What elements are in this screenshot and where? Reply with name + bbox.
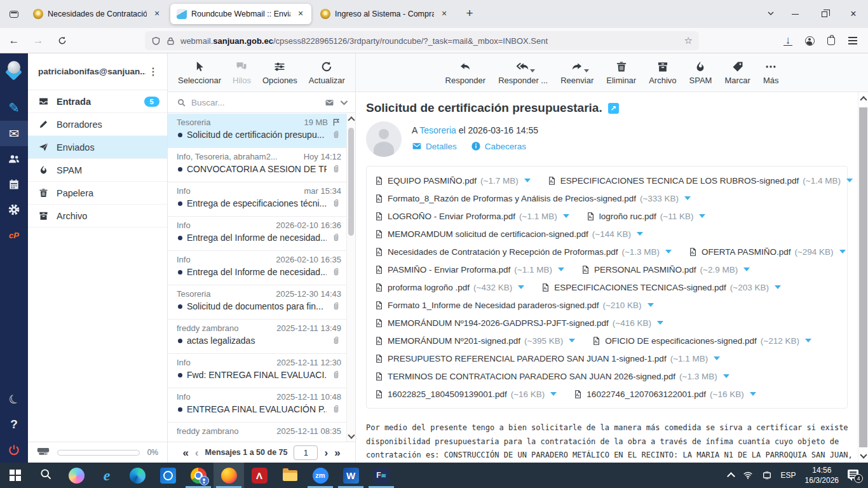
- attachment-name[interactable]: PRESUPUESTO REFERENCIAL PARADERO SAN JUA…: [388, 354, 667, 363]
- mail-scrollbar[interactable]: [858, 92, 868, 463]
- sidebar-item-entrada[interactable]: Entrada5: [28, 90, 167, 113]
- attachment-item[interactable]: Formato 1_Informe de Necesidad paraderos…: [374, 301, 654, 310]
- next-page-button[interactable]: ›: [324, 447, 328, 458]
- attachment-item[interactable]: MEMORÁNDUM Nº201-signed.pdf(~395 KB): [374, 336, 575, 346]
- attachment-item[interactable]: MEMORAMDUM solicitud de certificacion-si…: [374, 229, 643, 239]
- search-options-chevron-icon[interactable]: [339, 98, 349, 107]
- lock-icon[interactable]: [166, 36, 175, 46]
- dropdown-caret-icon[interactable]: [530, 69, 535, 72]
- flag-icon[interactable]: [332, 118, 341, 127]
- account-icon[interactable]: [799, 31, 820, 50]
- attachment-item[interactable]: PERSONAL PASMIÑO.pdf(~2.9 MB): [581, 265, 750, 274]
- eliminar-button[interactable]: Eliminar: [605, 60, 637, 85]
- attachment-menu-caret-icon[interactable]: [699, 214, 705, 218]
- taskbar-fes-icon[interactable]: F≋: [366, 463, 397, 488]
- tablet-mode-icon[interactable]: [762, 470, 772, 480]
- shield-icon[interactable]: [151, 36, 161, 46]
- attachment-name[interactable]: logroño ruc.pdf: [599, 212, 656, 221]
- message-row-6[interactable]: freddy zambrano2025-12-11 13:49actas leg…: [168, 320, 346, 354]
- window-minimize-button[interactable]: [780, 1, 810, 27]
- attachment-menu-caret-icon[interactable]: [723, 374, 729, 378]
- search-input[interactable]: [191, 98, 320, 107]
- sidebar-item-borradores[interactable]: Borradores: [28, 113, 167, 136]
- attachment-menu-caret-icon[interactable]: [558, 268, 564, 271]
- clock[interactable]: 14:56 16/3/2026: [805, 465, 839, 485]
- taskbar-edge-icon[interactable]: [122, 463, 153, 488]
- sidebar-item-spam[interactable]: SPAM: [28, 159, 167, 182]
- attachment-menu-caret-icon[interactable]: [839, 250, 846, 254]
- attachment-item[interactable]: MEMORÁNDUM Nº194-2026-GADPRSJ-PJFT-signe…: [374, 318, 663, 328]
- message-row-7[interactable]: Info2025-12-11 12:30Fwd: ENTREGA FINAL E…: [168, 354, 346, 388]
- message-row-3[interactable]: Info2026-02-10 16:36Entrega del Informe …: [168, 217, 346, 251]
- message-row-4[interactable]: Info2026-02-10 16:35Entrega del Informe …: [168, 251, 346, 285]
- attachment-menu-caret-icon[interactable]: [714, 356, 720, 360]
- taskbar-firefox-icon[interactable]: [214, 463, 244, 488]
- attachment-menu-caret-icon[interactable]: [563, 214, 569, 218]
- attachment-name[interactable]: PERSONAL PASMIÑO.pdf: [594, 265, 696, 274]
- extensions-icon[interactable]: [821, 31, 841, 50]
- cpanel-icon[interactable]: cP: [0, 222, 28, 248]
- m-s-button[interactable]: Más: [762, 60, 780, 85]
- message-row-1[interactable]: Info, Tesoreria, abraham2...Hoy 14:12CON…: [168, 148, 346, 182]
- attachment-menu-caret-icon[interactable]: [518, 285, 524, 289]
- attachment-item[interactable]: ESPECIFICACIONES TECNICAS-signed.pdf(~20…: [541, 283, 781, 292]
- back-button[interactable]: ←: [4, 31, 24, 50]
- browser-tab-1[interactable]: Roundcube Webmail :: Enviados×: [170, 4, 311, 24]
- attachment-name[interactable]: MEMORÁNDUM Nº194-2026-GADPRSJ-PJFT-signe…: [388, 318, 609, 328]
- downloads-icon[interactable]: ↓: [778, 31, 798, 50]
- attachment-item[interactable]: Formato_8_Razón de Proformas y Análisis …: [374, 194, 691, 203]
- attachment-menu-caret-icon[interactable]: [805, 339, 811, 342]
- attachment-name[interactable]: EQUIPO PASMIÑO.pdf: [388, 176, 477, 186]
- prev-page-button[interactable]: ‹: [195, 447, 199, 458]
- page-number-input[interactable]: [294, 445, 318, 460]
- taskbar-chrome-icon[interactable]: [183, 463, 214, 488]
- compose-icon[interactable]: ✎: [0, 95, 28, 121]
- logout-power-icon[interactable]: [0, 437, 28, 463]
- attachment-item[interactable]: OFICIO DE especificaciones-signed.pdf(~2…: [592, 336, 811, 346]
- attachment-item[interactable]: EQUIPO PASMIÑO.pdf(~1.7 MB): [374, 176, 531, 186]
- attachment-item[interactable]: LOGROÑO - Enviar Proforma.pdf(~1.1 MB): [374, 212, 569, 221]
- attachment-menu-caret-icon[interactable]: [846, 179, 853, 182]
- attachment-menu-caret-icon[interactable]: [657, 321, 663, 325]
- attachment-item[interactable]: ESPECIFICACIONES TECNICA DE LOS RUBROS-s…: [547, 176, 853, 186]
- language-indicator[interactable]: ESP: [781, 471, 796, 480]
- attachment-name[interactable]: LOGROÑO - Enviar Proforma.pdf: [388, 212, 515, 221]
- recipient-link[interactable]: Tesoreria: [419, 125, 456, 135]
- mail-icon[interactable]: ✉: [0, 121, 28, 146]
- reenviar-button[interactable]: Reenviar: [559, 60, 595, 85]
- dropdown-caret-icon[interactable]: [584, 69, 589, 72]
- message-list-scrollbar[interactable]: [346, 114, 355, 442]
- menu-hamburger-icon[interactable]: [843, 31, 863, 50]
- attachment-menu-caret-icon[interactable]: [750, 392, 756, 396]
- account-kebab-icon[interactable]: ⋮: [146, 65, 161, 78]
- responder-button[interactable]: Responder ...: [497, 60, 549, 85]
- attachment-menu-caret-icon[interactable]: [775, 285, 781, 289]
- calendar-icon[interactable]: [0, 172, 28, 197]
- attachment-name[interactable]: proforma logroño .pdf: [388, 283, 470, 292]
- attachment-name[interactable]: OFERTA PASMIÑO.pdf: [702, 247, 790, 257]
- attachment-item[interactable]: logroño ruc.pdf(~11 KB): [586, 212, 706, 221]
- taskbar-acrobat-icon[interactable]: Λ: [244, 463, 275, 488]
- search-scope-envelope-icon[interactable]: [325, 98, 334, 107]
- attachment-menu-caret-icon[interactable]: [524, 179, 531, 182]
- marcar-button[interactable]: Marcar: [723, 60, 751, 85]
- taskbar-ie-icon[interactable]: e: [92, 463, 122, 488]
- browser-tab-0[interactable]: Necesidades de Contratación y×: [27, 4, 168, 24]
- taskbar-explorer-icon[interactable]: [275, 463, 305, 488]
- hilos-button[interactable]: Hilos: [233, 60, 251, 85]
- message-row-2[interactable]: Infomar 15:34Entrega de especificaciones…: [168, 182, 346, 217]
- attachment-item[interactable]: Necesidades de Contratación y Recepción …: [374, 247, 672, 257]
- last-page-button[interactable]: »: [334, 447, 340, 458]
- sidebar-item-enviados[interactable]: Enviados: [28, 136, 167, 159]
- taskbar-start-icon[interactable]: [0, 463, 31, 488]
- attachment-item[interactable]: proforma logroño .pdf(~432 KB): [374, 283, 524, 292]
- taskbar-outlook-icon[interactable]: [153, 463, 183, 488]
- message-row-9[interactable]: freddy zambrano2025-12-11 08:35: [168, 423, 346, 442]
- help-icon[interactable]: ?: [0, 412, 28, 437]
- spam-button[interactable]: SPAM: [688, 60, 714, 85]
- attachment-menu-caret-icon[interactable]: [550, 392, 557, 396]
- bookmark-star-icon[interactable]: ☆: [684, 35, 693, 46]
- attachment-name[interactable]: TERMINOS DE CONTRATACION PARADERO SAN JU…: [388, 372, 675, 381]
- attachment-name[interactable]: PASMIÑO - Enviar Proforma.pdf: [388, 265, 510, 274]
- url-bar[interactable]: webmail.sanjuan.gob.ec/cpsess8228965126/…: [145, 31, 699, 50]
